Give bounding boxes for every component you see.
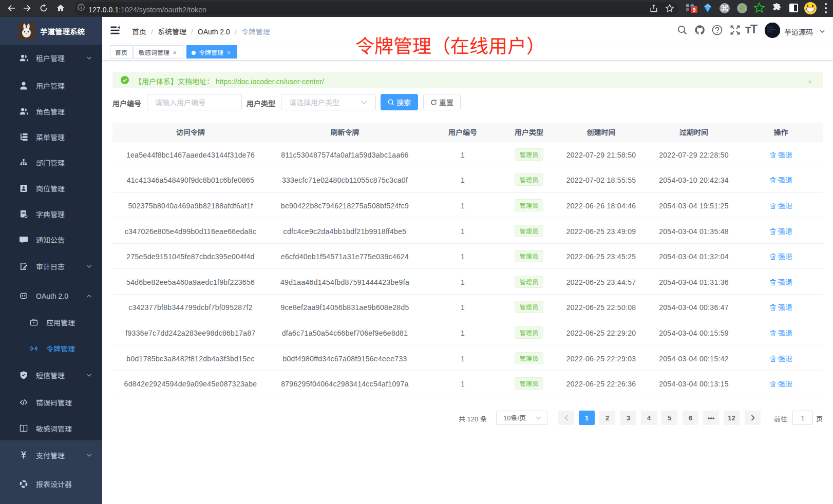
svg-text:T: T	[750, 25, 758, 35]
